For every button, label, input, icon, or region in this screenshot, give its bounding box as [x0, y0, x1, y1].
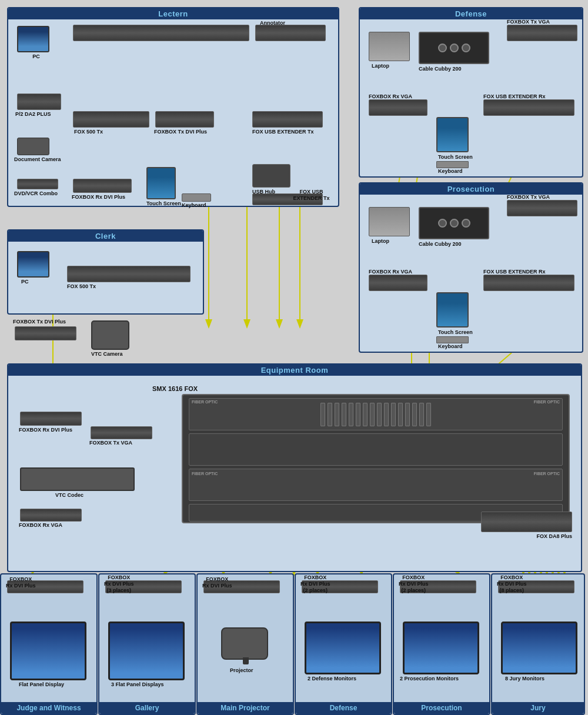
defense-foxbox-rx-vga [369, 99, 427, 116]
jury-label: Jury [492, 702, 584, 714]
defense-cable-cubby [419, 32, 489, 64]
pros-foxbox-label: FOXBOXRx DVI Plus(2 places) [399, 574, 429, 593]
mp-foxbox-label: FOXBOXRx DVI Plus [202, 576, 232, 589]
prosecution-foxbox-rx-vga-label: FOXBOX Rx VGA [369, 269, 412, 275]
dvd-vcr-label: DVD/VCR Combo [14, 191, 58, 197]
projector-label: Projector [230, 667, 253, 674]
prosecution-title: Prosecution [360, 183, 582, 195]
annotator-label: Annotator [260, 20, 285, 26]
foxbox-rx-dvi-device [73, 179, 132, 193]
eq-foxbox-tx-dvi-label: FOXBOX Tx DVI Plus [13, 319, 66, 325]
fox500-tx-device [73, 111, 149, 128]
prosecution-touch-screen[interactable] [436, 292, 469, 328]
gallery-label: Gallery [99, 702, 195, 714]
defense-cable-cubby-label: Cable Cubby 200 [419, 66, 462, 72]
clerk-section: Clerk PC FOX 500 Tx [7, 229, 204, 315]
foxbox-tx-dvi-label: FOXBOX Tx DVI Plus [154, 129, 207, 135]
prosecution-bottom-section: FOXBOXRx DVI Plus(2 places) 2 Prosecutio… [393, 573, 490, 715]
prosecution-laptop [369, 207, 410, 236]
clerk-fox500-label: FOX 500 Tx [67, 283, 96, 290]
clerk-fox500-tx [67, 266, 191, 282]
vtc-codec-device [20, 467, 135, 491]
prosecution-keyboard [436, 336, 469, 343]
lectern-keyboard [182, 193, 211, 202]
lectern-touch-screen[interactable] [146, 167, 176, 199]
lectern-touch-label: Touch Screen [146, 201, 181, 207]
defense-bottom-label: Defense [296, 702, 391, 714]
defense-bottom-section: FOXBOXRx DVI Plus(2 places) 2 Defense Mo… [295, 573, 392, 715]
defense-keyboard-label: Keyboard [438, 168, 463, 175]
prosecution-foxbox-tx-vga [507, 200, 577, 216]
eq-foxbox-rx-dvi [20, 412, 82, 426]
lectern-section: Lectern PC Annotator P/2 DA2 PLUS Docume… [7, 7, 339, 207]
defense-keyboard [436, 161, 469, 168]
fox-da8-plus-label: FOX DA8 Plus [536, 533, 572, 540]
def-foxbox-label: FOXBOXRx DVI Plus(2 places) [300, 574, 330, 593]
judge-witness-section: FOXBOXRx DVI Plus Flat Panel Display Jud… [0, 573, 98, 715]
prosecution-touch-label: Touch Screen [438, 329, 473, 336]
defense-fox-usb-rx-label: FOX USB EXTENDER Rx [483, 93, 546, 100]
fox500-tx-label: FOX 500 Tx [74, 129, 103, 135]
defense-laptop-label: Laptop [372, 63, 389, 69]
vtc-camera-label: VTC Camera [91, 351, 123, 357]
prosecution-fox-usb-rx-label: FOX USB EXTENDER Rx [483, 269, 546, 275]
vtc-camera-device [91, 320, 129, 350]
fox-usb-tx2-label: FOX USB EXTENDER Tx [285, 189, 338, 202]
lectern-title: Lectern [8, 8, 338, 19]
prosecution-foxbox-tx-vga-label: FOXBOX Tx VGA [507, 194, 550, 201]
jw-flat-panel [10, 622, 86, 680]
foxbox-rx-dvi-label: FOXBOX Rx DVI Plus [72, 194, 125, 201]
fox-da8-plus-device [481, 512, 572, 532]
gallery-flat-panel-label: 3 Flat Panel Displays [111, 681, 164, 688]
lectern-pc-monitor [17, 26, 49, 52]
eq-foxbox-rx-vga [20, 509, 82, 522]
jw-flat-panel-label: Flat Panel Display [19, 681, 64, 688]
defense-title: Defense [360, 8, 582, 19]
fox-usb-tx1-device [252, 111, 323, 128]
jury-monitors [501, 622, 577, 674]
pros-monitors [403, 622, 479, 674]
prosecution-section: Prosecution Laptop Cable Cubby 200 FOXBO… [359, 182, 583, 353]
lectern-pc-label: PC [20, 54, 52, 60]
foxbox-tx-dvi-device [155, 111, 214, 128]
lectern-keyboard-label: Keyboard [182, 202, 206, 209]
defense-touch-screen[interactable] [436, 117, 469, 152]
p2-da2-plus-device [17, 93, 61, 110]
lectern-annotator-rack [255, 25, 326, 41]
def-monitors [305, 622, 381, 674]
jury-section: FOXBOXRx DVI Plus(8 places) 8 Jury Monit… [491, 573, 585, 715]
dvd-vcr-device [17, 179, 58, 189]
projector-device [221, 627, 268, 660]
gallery-flat-panel [108, 622, 185, 680]
eq-foxbox-tx-dvi [15, 326, 76, 340]
judge-witness-label: Judge and Witness [1, 702, 96, 714]
p2-da2-label: P/2 DA2 PLUS [15, 111, 51, 118]
clerk-pc-label: PC [21, 279, 29, 285]
eq-foxbox-rx-dvi-label: FOXBOX Rx DVI Plus [19, 427, 72, 433]
eq-foxbox-tx-vga [91, 426, 152, 439]
pros-monitors-label: 2 Prosecution Monitors [400, 676, 459, 682]
lectern-main-rack [73, 25, 249, 41]
main-diagram: Lectern PC Annotator P/2 DA2 PLUS Docume… [0, 0, 588, 715]
gallery-section: FOXBOXRx DVI Plus(3 places) 3 Flat Panel… [98, 573, 196, 715]
smx1616-device: FIBER OPTIC FIBER OPTIC FIBER OPTIC FIBE… [182, 394, 570, 523]
defense-foxbox-tx-vga [507, 25, 577, 41]
prosecution-keyboard-label: Keyboard [438, 343, 463, 350]
prosecution-cable-cubby-label: Cable Cubby 200 [419, 241, 462, 248]
defense-section: Defense Laptop Cable Cubby 200 FOXBOX Tx… [359, 7, 583, 178]
clerk-pc-monitor [17, 251, 49, 278]
eq-foxbox-rx-vga-label: FOXBOX Rx VGA [19, 522, 62, 529]
usb-hub-device [252, 164, 290, 188]
prosecution-laptop-label: Laptop [372, 238, 389, 245]
prosecution-cable-cubby [419, 207, 489, 239]
prosecution-foxbox-rx-vga [369, 275, 427, 291]
smx-label: SMX 1616 FOX [152, 385, 198, 393]
jw-foxbox-label: FOXBOXRx DVI Plus [6, 576, 36, 589]
def-monitors-label: 2 Defense Monitors [308, 676, 356, 682]
vtc-codec-label: VTC Codec [55, 492, 83, 499]
defense-laptop [369, 32, 410, 61]
prosecution-bottom-label: Prosecution [394, 702, 489, 714]
gallery-foxbox-label: FOXBOXRx DVI Plus(3 places) [104, 574, 134, 593]
defense-foxbox-rx-vga-label: FOXBOX Rx VGA [369, 93, 412, 100]
main-projector-section: FOXBOXRx DVI Plus Projector Main Project… [196, 573, 294, 715]
